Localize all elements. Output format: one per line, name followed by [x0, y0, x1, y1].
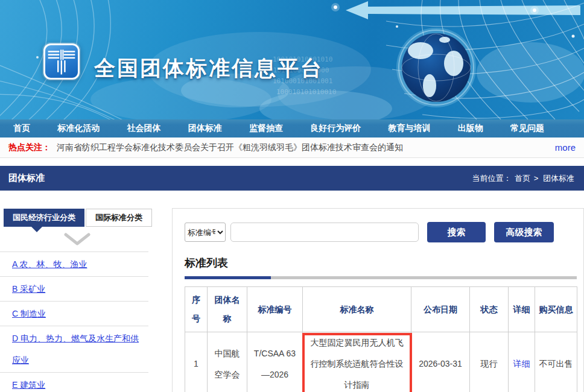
cell-status: 现行	[470, 332, 509, 392]
more-link[interactable]: more	[555, 142, 576, 153]
list-item: A 农、林、牧、渔业	[0, 252, 148, 277]
list-item: D 电力、热力、燃气及水生产和供应业	[0, 326, 148, 373]
standard-name-text: 大型固定翼民用无人机飞行控制系统适航符合性设计指南	[311, 338, 404, 390]
page-title: 团体标准	[8, 172, 45, 184]
table-row: 1 中国航空学会 T/CSAA 63—2026 大型固定翼民用无人机飞行控制系统…	[185, 332, 577, 392]
nav-item-home[interactable]: 首页	[13, 123, 30, 134]
page: 100101010001010 010101000101000 10100010…	[0, 0, 584, 392]
nav-item-education-training[interactable]: 教育与培训	[389, 123, 431, 134]
col-header-status: 状态	[470, 287, 509, 332]
breadcrumb: 当前位置： 首页 > 团体标准	[471, 173, 576, 184]
list-item: E 建筑业	[0, 373, 148, 392]
tab-national-economy-classification[interactable]: 国民经济行业分类	[4, 209, 84, 227]
list-item: C 制造业	[0, 302, 148, 326]
section-bar: 团体标准 当前位置： 首页 > 团体标准	[0, 166, 584, 191]
cell-date: 2026-03-31	[411, 332, 470, 392]
advanced-search-button[interactable]: 高级搜索	[494, 222, 554, 242]
search-type-select[interactable]: 标准编号	[185, 223, 226, 242]
col-header-name: 标准名称	[303, 287, 411, 332]
table-header-row: 序号 团体名称 标准编号 标准名称 公布日期 状态 详细 购买信息	[185, 287, 577, 332]
sidebar-item-agriculture[interactable]: A 农、林、牧、渔业	[12, 259, 87, 269]
cell-name: 大型固定翼民用无人机飞行控制系统适航符合性设计指南	[303, 332, 411, 392]
nav-item-supervision-sampling[interactable]: 监督抽查	[249, 123, 283, 134]
detail-link[interactable]: 详细	[513, 359, 530, 368]
tab-international-standard-classification[interactable]: 国际标准分类	[86, 209, 152, 227]
title-underline	[185, 276, 577, 279]
cell-detail: 详细	[509, 332, 535, 392]
col-header-code: 标准编号	[247, 287, 303, 332]
standard-list-title: 标准列表	[185, 256, 575, 270]
standards-table: 序号 团体名称 标准编号 标准名称 公布日期 状态 详细 购买信息 1 中国航空…	[185, 286, 577, 392]
nav-item-publications[interactable]: 出版物	[458, 123, 483, 134]
sidebar-item-power-utilities[interactable]: D 电力、热力、燃气及水生产和供应业	[12, 334, 139, 365]
breadcrumb-separator: >	[534, 174, 539, 183]
hot-topic-bar: 热点关注： 河南省纺织工程学会标准化技术委员会关于召开《粗洗羽绒羽毛》团体标准技…	[0, 138, 584, 158]
search-bar: 标准编号 搜索 高级搜索	[185, 222, 575, 242]
col-header-detail: 详细	[509, 287, 535, 332]
sidebar-item-mining[interactable]: B 采矿业	[12, 284, 45, 294]
list-item: B 采矿业	[0, 277, 148, 302]
header-banner: 100101010001010 010101000101000 10100010…	[0, 0, 584, 119]
main-nav: 首页 标准化活动 社会团体 团体标准 监督抽查 良好行为评价 教育与培训 出版物…	[0, 119, 584, 138]
industry-category-list: A 农、林、牧、渔业 B 采矿业 C 制造业 D 电力、热力、燃气及水生产和供应…	[0, 251, 148, 392]
site-logo	[43, 43, 80, 80]
nav-item-group-standards[interactable]: 团体标准	[188, 123, 222, 134]
nav-item-faq[interactable]: 常见问题	[510, 123, 544, 134]
col-header-org: 团体名称	[208, 287, 247, 332]
svg-text:100010101010010: 100010101010010	[276, 88, 336, 96]
col-header-purchase: 购买信息	[535, 287, 577, 332]
hot-topic-label: 热点关注：	[8, 142, 51, 153]
search-input[interactable]	[230, 223, 419, 242]
cell-no: 1	[185, 332, 208, 392]
col-header-date: 公布日期	[411, 287, 470, 332]
sidebar-tabs: 国民经济行业分类 国际标准分类	[4, 209, 152, 227]
chevron-down-icon	[64, 233, 90, 246]
sidebar-item-manufacturing[interactable]: C 制造业	[12, 309, 46, 318]
site-title: 全国团体标准信息平台	[94, 54, 323, 83]
search-button[interactable]: 搜索	[427, 222, 486, 242]
sidebar-item-construction[interactable]: E 建筑业	[12, 380, 45, 390]
cell-org: 中国航空学会	[208, 332, 247, 392]
title-underline-accent	[185, 276, 271, 279]
nav-item-standardization-activities[interactable]: 标准化活动	[57, 123, 100, 134]
hot-topic-link[interactable]: 河南省纺织工程学会标准化技术委员会关于召开《粗洗羽绒羽毛》团体标准技术审查会的通…	[57, 142, 548, 153]
nav-item-good-behavior-evaluation[interactable]: 良好行为评价	[310, 123, 361, 134]
active-tab-pointer	[31, 227, 42, 232]
breadcrumb-home-link[interactable]: 首页	[515, 174, 530, 183]
logo-glyph	[45, 45, 78, 78]
col-header-no: 序号	[185, 287, 208, 332]
cell-purchase: 不可出售	[535, 332, 577, 392]
main-panel: 标准编号 搜索 高级搜索 标准列表 序号 团体名称 标准编号 标准名称 公布日期	[172, 208, 584, 392]
breadcrumb-label: 当前位置：	[472, 174, 512, 183]
nav-item-social-organizations[interactable]: 社会团体	[127, 123, 161, 134]
cell-code: T/CSAA 63—2026	[247, 332, 303, 392]
breadcrumb-current: 团体标准	[543, 174, 574, 183]
